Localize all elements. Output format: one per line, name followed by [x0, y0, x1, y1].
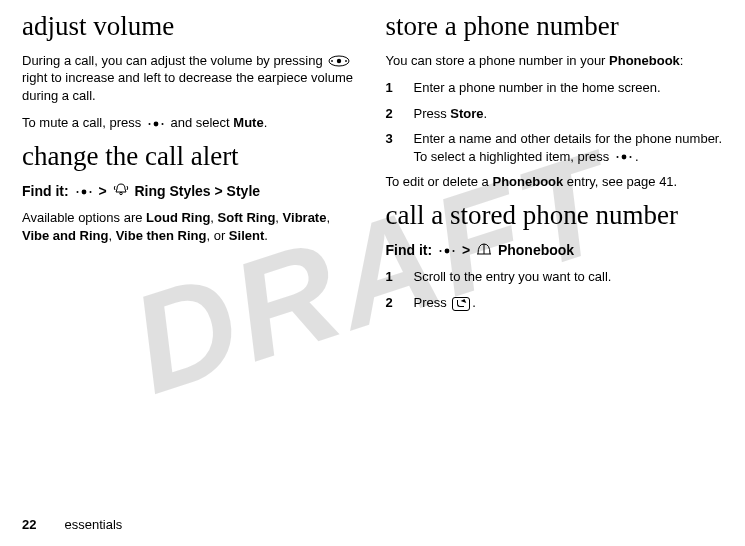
text: : — [680, 53, 684, 68]
svg-point-1 — [337, 59, 341, 63]
findit-label: Find it: — [22, 183, 69, 199]
svg-point-13 — [629, 156, 631, 158]
svg-point-11 — [622, 155, 627, 160]
svg-point-5 — [148, 123, 150, 125]
text: Press — [414, 106, 451, 121]
section-label: essentials — [64, 517, 122, 532]
heading-call-stored: call a stored phone number — [386, 201, 724, 231]
phonebook-label: Phonebook — [609, 53, 680, 68]
step-text: Enter a phone number in the home screen. — [414, 79, 724, 97]
heading-store-number: store a phone number — [386, 12, 724, 42]
phonebook-icon — [476, 242, 492, 261]
text: right to increase and left to decrease t… — [22, 70, 353, 103]
opt: Silent — [229, 228, 264, 243]
text: entry, see page 41. — [563, 174, 677, 189]
sep: , — [275, 210, 282, 225]
opt: Soft Ring — [218, 210, 276, 225]
svg-point-7 — [81, 189, 86, 194]
step-num: 3 — [386, 130, 414, 165]
step-num: 2 — [386, 294, 414, 312]
mute-label: Mute — [233, 115, 263, 130]
step-num: 1 — [386, 79, 414, 97]
path-sep: > — [462, 242, 474, 258]
svg-point-16 — [453, 250, 455, 252]
step-text: Enter a name and other details for the p… — [414, 130, 724, 165]
left-column: adjust volume During a call, you can adj… — [22, 12, 360, 319]
svg-point-15 — [440, 250, 442, 252]
page-footer: 22essentials — [22, 517, 122, 532]
page-number: 22 — [22, 517, 36, 532]
para-store-intro: You can store a phone number in your Pho… — [386, 52, 724, 70]
svg-point-3 — [345, 60, 347, 62]
text: and select — [170, 115, 233, 130]
text: Enter a name and other details for the p… — [414, 131, 723, 164]
svg-point-4 — [153, 121, 158, 126]
svg-point-9 — [89, 191, 91, 193]
opt: Vibe and Ring — [22, 228, 108, 243]
path-text: Ring Styles > Style — [134, 183, 260, 199]
step-text: Press . — [414, 294, 724, 312]
content-columns: adjust volume During a call, you can adj… — [22, 12, 723, 319]
para-options: Available options are Loud Ring, Soft Ri… — [22, 209, 360, 244]
text: You can store a phone number in your — [386, 53, 610, 68]
step-text: Scroll to the entry you want to call. — [414, 268, 724, 286]
svg-point-6 — [161, 123, 163, 125]
sep: , or — [206, 228, 228, 243]
sep: , — [108, 228, 115, 243]
sep: , — [210, 210, 217, 225]
list-item: 2 Press . — [386, 294, 724, 312]
svg-point-2 — [331, 60, 333, 62]
text: . — [635, 149, 639, 164]
step-num: 2 — [386, 105, 414, 123]
para-mute: To mute a call, press and select Mute. — [22, 114, 360, 132]
step-num: 1 — [386, 268, 414, 286]
phonebook-label: Phonebook — [492, 174, 563, 189]
center-key-icon — [147, 119, 165, 129]
center-key-icon — [75, 187, 93, 197]
ring-styles-icon — [113, 182, 129, 201]
path-sep: > — [98, 183, 110, 199]
text: . — [472, 295, 476, 310]
steps-call: 1 Scroll to the entry you want to call. … — [386, 268, 724, 311]
svg-point-8 — [76, 191, 78, 193]
right-column: store a phone number You can store a pho… — [386, 12, 724, 319]
svg-point-14 — [445, 249, 450, 254]
findit-change-alert: Find it: > Ring Styles > Style — [22, 182, 360, 202]
text: . — [484, 106, 488, 121]
list-item: 2 Press Store. — [386, 105, 724, 123]
svg-point-10 — [119, 193, 121, 195]
text: . — [264, 115, 268, 130]
para-adjust-volume: During a call, you can adjust the volume… — [22, 52, 360, 105]
svg-point-12 — [616, 156, 618, 158]
heading-adjust-volume: adjust volume — [22, 12, 360, 42]
opt: Vibe then Ring — [116, 228, 207, 243]
list-item: 1 Enter a phone number in the home scree… — [386, 79, 724, 97]
center-key-icon — [438, 246, 456, 256]
text: During a call, you can adjust the volume… — [22, 53, 326, 68]
text: To mute a call, press — [22, 115, 145, 130]
sep: , — [326, 210, 330, 225]
opt: Vibrate — [283, 210, 327, 225]
text: To edit or delete a — [386, 174, 493, 189]
text: Available options are — [22, 210, 146, 225]
findit-call-stored: Find it: > Phonebook — [386, 241, 724, 261]
steps-store: 1 Enter a phone number in the home scree… — [386, 79, 724, 165]
findit-label: Find it: — [386, 242, 433, 258]
para-edit-delete: To edit or delete a Phonebook entry, see… — [386, 173, 724, 191]
heading-change-alert: change the call alert — [22, 142, 360, 172]
list-item: 3 Enter a name and other details for the… — [386, 130, 724, 165]
opt: Loud Ring — [146, 210, 210, 225]
send-key-icon — [452, 297, 470, 311]
nav-key-icon — [328, 55, 350, 67]
center-key-icon — [615, 152, 633, 162]
text: Press — [414, 295, 451, 310]
path-text: Phonebook — [498, 242, 574, 258]
list-item: 1 Scroll to the entry you want to call. — [386, 268, 724, 286]
text: . — [264, 228, 268, 243]
store-key: Store — [450, 106, 483, 121]
step-text: Press Store. — [414, 105, 724, 123]
